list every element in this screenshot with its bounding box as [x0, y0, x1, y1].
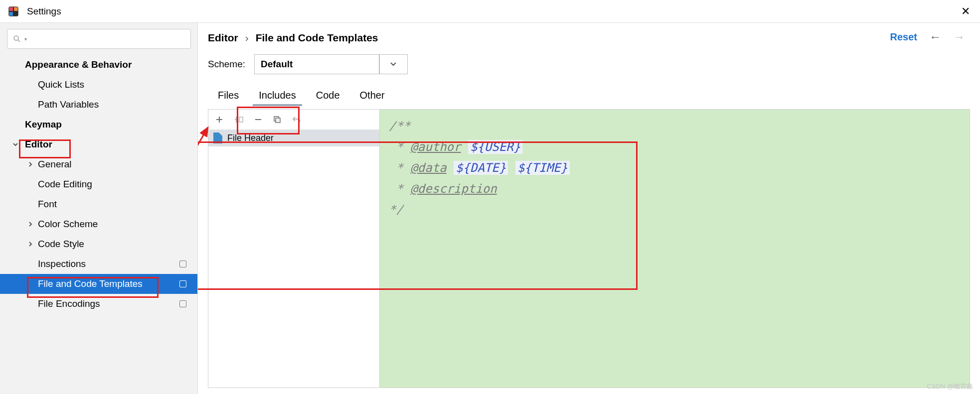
- tab-includes[interactable]: Includes: [249, 85, 306, 106]
- svg-rect-1: [9, 7, 13, 11]
- titlebar: Settings ✕: [0, 0, 980, 23]
- add-icon[interactable]: [215, 116, 223, 124]
- forward-icon[interactable]: →: [953, 30, 965, 44]
- sidebar-item-editor[interactable]: Editor: [0, 134, 197, 154]
- sidebar-item-quick-lists[interactable]: Quick Lists: [0, 75, 197, 95]
- tab-code[interactable]: Code: [306, 85, 350, 106]
- svg-rect-6: [239, 117, 243, 122]
- tab-files[interactable]: Files: [208, 85, 249, 106]
- template-editor[interactable]: /** * @author ${USER} * @data ${DATE} ${…: [380, 109, 970, 388]
- list-toolbar: [208, 110, 379, 130]
- svg-rect-2: [14, 7, 18, 11]
- breadcrumb: Editor › File and Code Templates: [208, 23, 970, 53]
- chevron-right-icon: [27, 241, 34, 247]
- profile-icon: [179, 280, 186, 287]
- sidebar-item-keymap[interactable]: Keymap: [0, 115, 197, 134]
- scheme-label: Scheme:: [208, 59, 245, 70]
- watermark: CSDN @蟾宫曲: [927, 382, 973, 391]
- breadcrumb-a[interactable]: Editor: [208, 32, 238, 44]
- scheme-value: Default: [261, 59, 293, 70]
- sidebar-item-file-encodings[interactable]: File Encodings: [0, 294, 197, 314]
- breadcrumb-b: File and Code Templates: [256, 32, 378, 44]
- close-icon[interactable]: ✕: [958, 5, 973, 18]
- svg-rect-3: [9, 12, 13, 16]
- tabs: Files Includes Code Other: [208, 85, 970, 106]
- app-icon: [7, 5, 20, 18]
- search-icon: [12, 34, 21, 43]
- sidebar-item-file-and-code-templates[interactable]: File and Code Templates: [0, 274, 197, 294]
- chevron-right-icon: [27, 161, 34, 167]
- settings-tree: Appearance & Behavior Quick Lists Path V…: [0, 53, 197, 314]
- profile-icon: [179, 261, 186, 267]
- sidebar: ▾ Appearance & Behavior Quick Lists Path…: [0, 23, 198, 394]
- sidebar-item-code-style[interactable]: Code Style: [0, 234, 197, 254]
- add-child-icon[interactable]: [234, 116, 243, 124]
- chevron-down-icon: [379, 55, 407, 74]
- sidebar-item-path-variables[interactable]: Path Variables: [0, 95, 197, 115]
- svg-line-5: [18, 40, 20, 42]
- sidebar-item-color-scheme[interactable]: Color Scheme: [0, 214, 197, 234]
- profile-icon: [179, 300, 186, 307]
- chevron-down-icon: [12, 141, 19, 147]
- sidebar-item-general[interactable]: General: [0, 154, 197, 174]
- scheme-dropdown[interactable]: Default: [254, 54, 408, 74]
- window-title: Settings: [27, 6, 958, 17]
- svg-line-10: [198, 128, 208, 247]
- svg-rect-8: [276, 118, 280, 123]
- template-list-pane: File Header: [208, 109, 380, 388]
- file-icon: [213, 132, 222, 143]
- sidebar-item-appearance-behavior[interactable]: Appearance & Behavior: [0, 55, 197, 75]
- sidebar-item-inspections[interactable]: Inspections: [0, 254, 197, 274]
- chevron-right-icon: [27, 221, 34, 227]
- template-name: File Header: [227, 133, 274, 143]
- sidebar-item-code-editing[interactable]: Code Editing: [0, 174, 197, 194]
- breadcrumb-sep: ›: [245, 32, 249, 44]
- undo-icon[interactable]: [292, 116, 301, 124]
- copy-icon[interactable]: [273, 116, 281, 124]
- annotation-arrow: [198, 73, 208, 292]
- remove-icon[interactable]: [254, 116, 262, 124]
- svg-point-4: [14, 36, 18, 40]
- list-item[interactable]: File Header: [208, 130, 379, 146]
- tab-other[interactable]: Other: [350, 85, 395, 106]
- back-icon[interactable]: ←: [929, 30, 941, 44]
- sidebar-item-font[interactable]: Font: [0, 194, 197, 214]
- main-pane: Editor › File and Code Templates Reset ←…: [198, 23, 980, 394]
- search-input[interactable]: ▾: [7, 29, 191, 49]
- reset-button[interactable]: Reset: [890, 31, 917, 43]
